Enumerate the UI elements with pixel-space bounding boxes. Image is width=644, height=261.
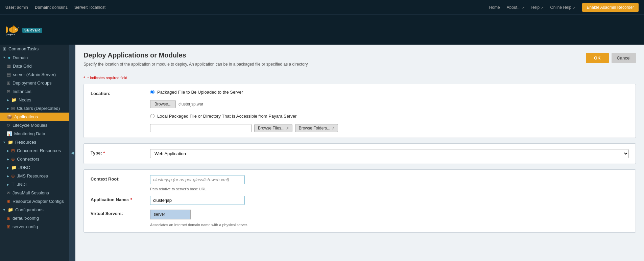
nodes-expand-icon: ▶ [7,98,9,102]
monitoring-icon: 📊 [7,131,12,136]
instances-icon: ⊟ [7,89,10,94]
jms-expand-icon: ▶ [7,174,9,178]
app-name-input[interactable] [150,196,245,205]
sidebar-item-data-grid[interactable]: ▦ Data Grid [0,62,69,70]
sidebar-item-server-config[interactable]: ⊞ server-config [0,222,69,231]
content-header-right: OK Cancel [586,53,636,63]
details-section: Context Root: (function(){ var el = docu… [84,169,636,233]
concurrent-icon: ⊞ [11,148,15,153]
virtual-servers-hint: Associates an Internet domain name with … [150,223,629,227]
server-icon: ▤ [7,72,11,77]
sidebar-item-configurations[interactable]: ▼ 📁 Configurations [0,206,69,214]
svg-point-0 [9,27,18,33]
local-path-input[interactable] [150,124,252,132]
sidebar-item-javamail[interactable]: ✉ JavaMail Sessions [0,189,69,197]
browse-folders-button[interactable]: Browse Folders... ↗ [295,124,338,132]
concurrent-expand-icon: ▶ [7,149,9,152]
data-grid-icon: ▦ [7,64,11,69]
applications-icon: 📦 [7,114,12,119]
required-note: * * Indicates required field [84,76,636,80]
external-icon2: ↗ [332,126,334,130]
sidebar-item-deployment-groups[interactable]: ⊞ Deployment Groups [0,79,69,87]
radio-packaged[interactable] [150,90,154,94]
help-link[interactable]: Help ↗ [531,5,544,10]
ok-button[interactable]: OK [586,53,609,63]
online-help-link[interactable]: Online Help ↗ [550,5,575,10]
sidebar-item-concurrent[interactable]: ▶ ⊞ Concurrent Resources [0,146,69,155]
deployment-groups-icon: ⊞ [7,80,10,86]
location-row: Location: Packaged File to Be Uploaded t… [91,90,629,132]
svg-text:®: ® [18,27,20,28]
clusters-icon: ⊞ [11,106,15,111]
radio-local-option: Local Packaged File or Directory That Is… [150,114,629,119]
domain-icon: ● [8,55,10,60]
sidebar-item-connectors[interactable]: ▶ ⊕ Connectors [0,155,69,163]
svg-marker-2 [12,25,16,27]
sidebar-item-jndi[interactable]: ▶ ⊤ JNDI [0,180,69,189]
lifecycle-icon: ⟳ [7,123,10,128]
cancel-button[interactable]: Cancel [612,53,636,63]
svg-marker-1 [6,26,8,34]
type-row: Type: * Web Application EAR Application … [91,149,629,158]
context-root-label: Context Root: [91,175,145,182]
logo-area: payara ® SERVER [0,15,644,45]
location-controls: Packaged File to Be Uploaded to the Serv… [150,90,629,132]
jms-icon: ⊕ [11,173,15,179]
page-description: Specify the location of the application … [84,62,309,67]
location-section: Location: Packaged File to Be Uploaded t… [84,84,636,138]
type-select[interactable]: Web Application EAR Application EJB Jar … [150,149,629,158]
jdbc-expand-icon: ▶ [7,166,9,169]
sidebar-item-monitoring-data[interactable]: 📊 Monitoring Data [0,129,69,138]
context-root-row: Context Root: (function(){ var el = docu… [91,175,629,191]
browse-row: Browse... clusterjsp.war [150,100,629,108]
browse-button[interactable]: Browse... [150,100,176,108]
server-info: Server: localhost [74,5,105,10]
content-area: Deploy Applications or Modules Specify t… [75,45,644,261]
about-link[interactable]: About... ↗ [507,5,525,10]
sidebar-item-resource-adapter[interactable]: ⊕ Resource Adapter Configs [0,197,69,206]
domain-info: Domain: domain1 [35,5,68,10]
home-link[interactable]: Home [489,5,500,10]
virtual-server-item[interactable]: server [150,210,190,219]
sidebar-item-lifecycle-modules[interactable]: ⟳ Lifecycle Modules [0,121,69,129]
sidebar-item-default-config[interactable]: ⊞ default-config [0,214,69,222]
connectors-expand-icon: ▶ [7,158,9,161]
context-root-hint: Path relative to server's base URL. [150,187,629,191]
external-link-icon: ↗ [573,6,575,9]
content-header-left: Deploy Applications or Modules Specify t… [84,51,309,67]
sidebar-item-server-admin[interactable]: ▤ server (Admin Server) [0,70,69,79]
sidebar-item-nodes[interactable]: ▶ 📁 Nodes [0,96,69,104]
type-label: Type: * [91,149,145,156]
user-info: User: admin [5,5,28,10]
configurations-icon: 📁 [8,207,13,212]
radio-packaged-option: Packaged File to Be Uploaded to the Serv… [150,90,629,95]
page-title: Deploy Applications or Modules [84,51,309,59]
common-tasks-icon: ⊞ [3,46,6,51]
enable-recorder-button[interactable]: Enable Asadmin Recorder [582,3,639,12]
configurations-expand-icon: ▼ [3,208,6,212]
app-name-control [150,196,629,205]
sidebar-item-clusters[interactable]: ▶ ⊞ Clusters (Deprecated) [0,104,69,113]
sidebar-item-jdbc[interactable]: ▶ 📁 JDBC [0,163,69,172]
radio-local[interactable] [150,114,154,118]
top-bar-info: User: admin Domain: domain1 Server: loca… [5,5,105,10]
sidebar-item-domain[interactable]: ▼ ● Domain [0,53,69,62]
context-root-input[interactable] [150,175,245,184]
top-bar-nav: Home About... ↗ Help ↗ Online Help ↗ Ena… [489,3,639,12]
virtual-servers-control: server Associates an Internet domain nam… [150,210,629,227]
local-path-row: Browse Files... ↗ Browse Folders... ↗ [150,124,629,132]
resources-expand-icon: ▼ [3,141,6,144]
sidebar-item-jms[interactable]: ▶ ⊕ JMS Resources [0,172,69,180]
main-layout: ⊞ Common Tasks ▼ ● Domain ▦ Data Grid ▤ … [0,45,644,261]
top-bar: User: admin Domain: domain1 Server: loca… [0,0,644,15]
browse-files-button[interactable]: Browse Files... ↗ [254,124,292,132]
jndi-icon: ⊤ [11,182,15,187]
sidebar-item-resources[interactable]: ▼ 📁 Resources [0,138,69,146]
sidebar-item-common-tasks[interactable]: ⊞ Common Tasks [0,45,69,53]
nodes-icon: 📁 [11,97,17,102]
sidebar-item-instances[interactable]: ⊟ Instances [0,87,69,96]
sidebar-item-applications[interactable]: 📦 Applications [0,113,69,121]
sidebar-collapse-button[interactable]: ◀ [69,45,75,261]
content-header: Deploy Applications or Modules Specify t… [75,45,644,70]
resource-adapter-icon: ⊕ [7,199,10,204]
